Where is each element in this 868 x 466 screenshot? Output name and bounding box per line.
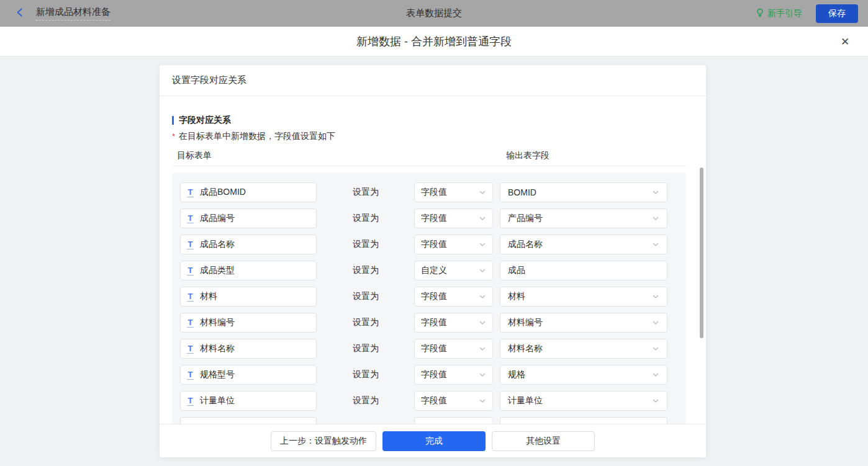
target-field-box[interactable]: T 材料编号	[180, 313, 317, 333]
target-field-box[interactable]: T 计量单位	[180, 391, 317, 411]
output-field-select[interactable]	[500, 417, 667, 424]
value-mode-select[interactable]: 自定义	[414, 261, 493, 280]
output-field-select[interactable]: 规格	[500, 365, 667, 385]
target-field-box[interactable]: T 成品编号	[180, 208, 317, 228]
output-custom-value-input[interactable]: 成品	[500, 261, 667, 280]
value-mode-select[interactable]: 字段值	[414, 287, 493, 307]
text-field-type-icon: T	[187, 266, 194, 276]
output-field-label: 计量单位	[508, 395, 543, 406]
text-field-type-icon: T	[187, 240, 194, 249]
chevron-down-icon	[479, 397, 486, 405]
output-field-select[interactable]: 材料名称	[500, 339, 667, 359]
value-mode-select[interactable]: 字段值	[414, 313, 493, 333]
target-field-box[interactable]: T 规格型号	[180, 365, 317, 385]
value-mode-select[interactable]: 字段值	[414, 182, 493, 202]
value-mode-select[interactable]	[414, 417, 493, 424]
output-field-select[interactable]: 材料	[500, 287, 667, 307]
beginner-guide-button[interactable]: 新手引导	[756, 8, 802, 19]
output-field-select[interactable]: BOMID	[500, 182, 667, 202]
other-settings-button[interactable]: 其他设置	[492, 431, 595, 451]
previous-step-button[interactable]: 上一步：设置触发动作	[271, 431, 376, 451]
field-mapping-row: T 材料 设置为 字段值 材料	[180, 287, 686, 307]
top-bar: 新增成品材料准备 表单数据提交 新手引导 保存	[0, 0, 868, 27]
target-field-label: 成品BOMID	[200, 187, 246, 198]
save-button[interactable]: 保存	[816, 4, 858, 23]
output-field-label: 材料名称	[508, 343, 543, 354]
set-as-label: 设置为	[353, 265, 379, 276]
value-mode-select[interactable]: 字段值	[414, 365, 493, 385]
target-field-box[interactable]: T 成品BOMID	[180, 182, 317, 202]
screen: 新增成品材料准备 表单数据提交 新手引导 保存 新增数据 - 合并新增到普通字段…	[0, 0, 868, 466]
target-field-box[interactable]: T	[180, 417, 317, 424]
set-as-label: 设置为	[353, 291, 379, 302]
section-title: 字段对应关系	[179, 115, 231, 126]
close-icon[interactable]: ✕	[838, 35, 852, 48]
field-mapping-row: T 规格型号 设置为 字段值 规格	[180, 365, 686, 385]
required-note: 在目标表单中新增数据，字段值设置如下	[179, 131, 335, 142]
output-field-select[interactable]: 计量单位	[500, 391, 667, 411]
required-asterisk: *	[172, 132, 175, 141]
output-field-label: 产品编号	[508, 213, 543, 224]
modal-header: 新增数据 - 合并新增到普通字段 ✕	[0, 27, 868, 56]
mapping-card: 设置字段对应关系 字段对应关系 * 在目标表单中新增数据，字段值设置如下 目标表…	[160, 65, 706, 457]
target-field-label: 材料名称	[200, 343, 235, 354]
text-field-type-icon: T	[187, 397, 194, 406]
value-mode-select[interactable]: 字段值	[414, 208, 493, 228]
chevron-down-icon	[652, 241, 659, 248]
output-field-label: 材料	[508, 291, 525, 302]
output-field-label: BOMID	[508, 187, 536, 197]
text-field-type-icon: T	[187, 292, 194, 302]
value-mode-select[interactable]: 字段值	[414, 235, 493, 254]
chevron-down-icon	[479, 267, 486, 274]
output-field-label: 材料编号	[508, 317, 543, 328]
target-field-box[interactable]: T 材料名称	[180, 339, 317, 359]
modal-title: 新增数据 - 合并新增到普通字段	[0, 27, 868, 56]
chevron-down-icon	[652, 397, 659, 405]
set-as-label: 设置为	[353, 369, 379, 380]
finish-button[interactable]: 完成	[382, 431, 486, 451]
target-field-label: 计量单位	[200, 395, 235, 406]
field-mapping-row: T 计量单位 设置为 字段值 计量单位	[180, 391, 686, 411]
target-field-label: 规格型号	[200, 369, 235, 380]
chevron-down-icon	[652, 293, 659, 300]
text-field-type-icon: T	[187, 318, 194, 328]
set-as-label: 设置为	[353, 213, 379, 224]
guide-bulb-icon	[756, 8, 764, 19]
set-as-label: 设置为	[353, 317, 379, 328]
value-mode-select[interactable]: 字段值	[414, 339, 493, 359]
card-header-title: 设置字段对应关系	[160, 65, 706, 96]
set-as-label: 设置为	[353, 343, 379, 354]
value-mode-label: 字段值	[421, 213, 447, 224]
value-mode-label: 字段值	[421, 369, 447, 380]
text-field-type-icon: T	[187, 344, 194, 354]
target-field-box[interactable]: T 成品名称	[180, 235, 317, 254]
column-header-output-field: 输出表字段	[506, 150, 549, 161]
field-mapping-row: T 成品类型 设置为 自定义 成品	[180, 261, 686, 280]
set-as-label: 设置为	[353, 187, 379, 198]
output-field-select[interactable]: 材料编号	[500, 313, 667, 333]
field-mapping-row: T 成品名称 设置为 字段值 成品名称	[180, 235, 686, 254]
column-header-target-form: 目标表单	[177, 150, 212, 161]
value-mode-label: 自定义	[421, 265, 447, 276]
output-field-select[interactable]: 成品名称	[500, 235, 667, 254]
output-field-label: 规格	[508, 369, 525, 380]
chevron-down-icon	[652, 319, 659, 326]
value-mode-label: 字段值	[421, 291, 447, 302]
chevron-down-icon	[652, 371, 659, 379]
text-field-type-icon: T	[187, 214, 194, 223]
target-field-box[interactable]: T 成品类型	[180, 261, 317, 280]
header-divider	[172, 166, 686, 166]
section-accent-bar	[172, 116, 174, 125]
value-mode-select[interactable]: 字段值	[414, 391, 493, 411]
output-field-label: 成品	[508, 265, 525, 276]
output-field-select[interactable]: 产品编号	[500, 208, 667, 228]
text-field-type-icon: T	[187, 188, 194, 197]
field-mapping-row: T 成品BOMID 设置为 字段值 BOMID	[180, 182, 686, 202]
value-mode-label: 字段值	[421, 343, 447, 354]
scrollbar-thumb[interactable]	[700, 168, 703, 338]
set-as-label: 设置为	[353, 239, 379, 250]
chevron-down-icon	[652, 345, 659, 352]
target-field-box[interactable]: T 材料	[180, 287, 317, 307]
target-field-label: 材料	[200, 291, 217, 302]
value-mode-label: 字段值	[421, 317, 447, 328]
